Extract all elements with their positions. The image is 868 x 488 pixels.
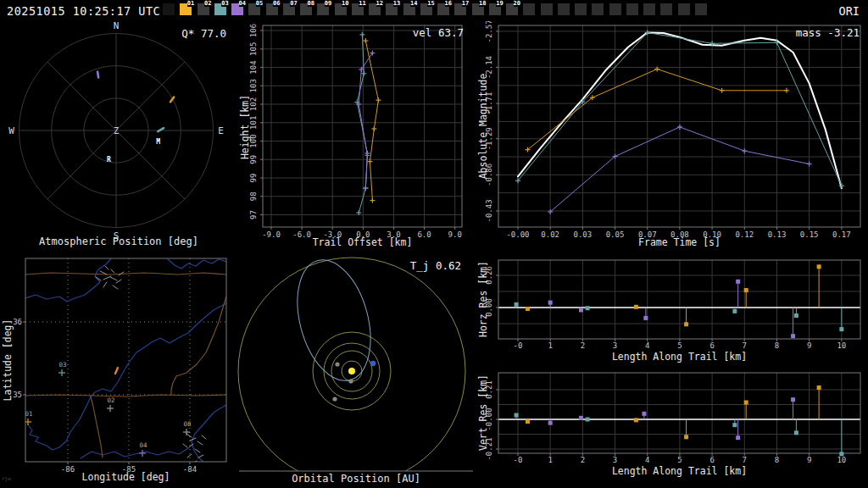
trail-ylabel: Height [km] bbox=[239, 95, 251, 159]
residual-marker-station-3 bbox=[791, 334, 795, 338]
frame-square-03[interactable]: 03 bbox=[214, 3, 226, 15]
frame-square-08[interactable]: 08 bbox=[300, 3, 312, 15]
frame-square-blank-29[interactable] bbox=[660, 3, 672, 15]
frame-square-05[interactable]: 05 bbox=[248, 3, 260, 15]
frame-square-label: 11 bbox=[359, 0, 365, 7]
shower-code-label: ORI bbox=[839, 4, 860, 18]
frame-square-label: 14 bbox=[410, 0, 417, 7]
frame-square-label: 04 bbox=[239, 0, 246, 7]
frame-square-label: 05 bbox=[256, 0, 263, 7]
y-tick-label: 97 bbox=[249, 210, 258, 219]
q-star-value: Q* 77.0 bbox=[181, 27, 226, 40]
city-streets bbox=[103, 276, 111, 280]
frame-square-label: 09 bbox=[325, 0, 331, 7]
frame-square-11[interactable]: 11 bbox=[352, 3, 364, 15]
road bbox=[25, 273, 226, 274]
river bbox=[91, 303, 226, 396]
frame-strip: 0102030405060708091011121314151617181920 bbox=[0, 0, 868, 19]
city-streets bbox=[110, 277, 117, 280]
map-xlabel: Longitude [deg] bbox=[25, 471, 226, 483]
frame-square-blank-22[interactable] bbox=[541, 3, 553, 15]
frame-square-12[interactable]: 12 bbox=[369, 3, 381, 15]
residual-marker-station-3 bbox=[548, 301, 553, 305]
earth-dot bbox=[370, 361, 376, 366]
tisserand-value: T_j 0.62 bbox=[410, 259, 461, 272]
frame-square-10[interactable]: 10 bbox=[335, 3, 347, 15]
frame-square-13[interactable]: 13 bbox=[386, 3, 398, 15]
panel-atmospheric-position: NSEWZMR Q* 77.0 Atmospheric Position [de… bbox=[0, 21, 237, 254]
frame-square-blank-26[interactable] bbox=[609, 3, 621, 15]
frame-square-label: 20 bbox=[514, 0, 520, 7]
frame-square-09[interactable]: 09 bbox=[317, 3, 329, 15]
city-streets bbox=[105, 266, 108, 269]
frame-square-20[interactable]: 20 bbox=[506, 3, 518, 15]
frame-square-blank-0[interactable] bbox=[163, 3, 175, 15]
frame-square-14[interactable]: 14 bbox=[403, 3, 415, 15]
vert-res-ylabel: Vert Res [km] bbox=[477, 374, 489, 451]
orbital-graphics bbox=[238, 254, 465, 485]
residual-marker-station-2 bbox=[744, 288, 748, 292]
frame-square-02[interactable]: 02 bbox=[198, 3, 209, 15]
frame-square-blank-24[interactable] bbox=[575, 3, 587, 15]
city-streets bbox=[198, 441, 203, 445]
horz-res-xlabel: Length Along Trail [km] bbox=[498, 351, 860, 363]
x-tick-label: 10 bbox=[837, 456, 846, 464]
frame-square-label: 12 bbox=[376, 0, 383, 7]
frame-square-blank-23[interactable] bbox=[558, 3, 570, 15]
frame-square-blank-25[interactable] bbox=[592, 3, 604, 15]
residual-marker-station-1 bbox=[794, 313, 798, 318]
atmospheric-position-title: Atmospheric Position [deg] bbox=[0, 236, 237, 247]
residual-marker-station-3 bbox=[579, 308, 583, 312]
residual-marker-station-1 bbox=[839, 327, 843, 331]
x-tick-label: 7 bbox=[743, 341, 747, 350]
frame-square-07[interactable]: 07 bbox=[283, 3, 295, 15]
compass-east-label: E bbox=[218, 125, 224, 136]
station-label-02: 02 bbox=[107, 396, 114, 404]
frame-square-label: 10 bbox=[342, 0, 348, 7]
magnitude-ylabel: Absolute Magnitude bbox=[477, 74, 489, 180]
frame-square-04[interactable]: 04 bbox=[231, 3, 243, 15]
y-tick-label: 105 bbox=[249, 42, 258, 56]
trail-offset-plot: -9.0-6.0-3.00.03.06.09.01061051041031021… bbox=[237, 21, 475, 254]
residual-marker-station-2 bbox=[634, 418, 638, 422]
zenith-label: Z bbox=[114, 126, 119, 136]
road bbox=[91, 396, 103, 458]
frame-square-label: 01 bbox=[187, 0, 194, 7]
planet-dot bbox=[332, 396, 337, 401]
residual-marker-station-2 bbox=[817, 264, 821, 269]
residual-marker-station-3 bbox=[642, 412, 646, 416]
residual-marker-station-1 bbox=[839, 452, 843, 456]
velocity-value: vel 63.7 bbox=[413, 26, 464, 39]
horz-res-ylabel: Horz Res [km] bbox=[477, 261, 489, 337]
map-ylabel: Latitude [deg] bbox=[2, 319, 14, 402]
station-label-01: 01 bbox=[25, 410, 32, 418]
frame-square-15[interactable]: 15 bbox=[420, 3, 432, 15]
frame-square-01[interactable]: 01 bbox=[180, 3, 192, 15]
compass-north-label: N bbox=[114, 21, 120, 31]
frame-square-blank-31[interactable] bbox=[695, 3, 707, 15]
river bbox=[168, 259, 226, 269]
frame-square-19[interactable]: 19 bbox=[489, 3, 501, 15]
panel-trail-offset: -9.0-6.0-3.00.03.06.09.01061051041031021… bbox=[237, 21, 475, 254]
y-tick-label: -2.57 bbox=[485, 21, 493, 42]
frame-square-label: 06 bbox=[273, 0, 280, 7]
frame-square-blank-27[interactable] bbox=[626, 3, 638, 15]
orbital-position-plot bbox=[237, 254, 475, 488]
top-bar: 20251015 10:25:17 UTC 010203040506070809… bbox=[0, 0, 868, 20]
frame-square-17[interactable]: 17 bbox=[454, 3, 466, 15]
x-tick-label: 2 bbox=[581, 456, 585, 464]
river bbox=[192, 405, 226, 462]
frame-square-blank-30[interactable] bbox=[678, 3, 690, 15]
frame-square-16[interactable]: 16 bbox=[437, 3, 449, 15]
residual-marker-station-3 bbox=[643, 316, 648, 320]
frame-square-label: 18 bbox=[479, 0, 486, 7]
frame-square-18[interactable]: 18 bbox=[472, 3, 484, 15]
frame-square-06[interactable]: 06 bbox=[266, 3, 278, 15]
x-tick-label: -0 bbox=[514, 456, 523, 464]
station-label-04: 04 bbox=[139, 441, 147, 449]
frame-square-blank-28[interactable] bbox=[643, 3, 655, 15]
y-tick-label: 99 bbox=[249, 174, 258, 183]
city-streets bbox=[111, 269, 114, 273]
frame-square-blank-21[interactable] bbox=[523, 3, 535, 15]
residual-marker-station-1 bbox=[515, 302, 519, 307]
